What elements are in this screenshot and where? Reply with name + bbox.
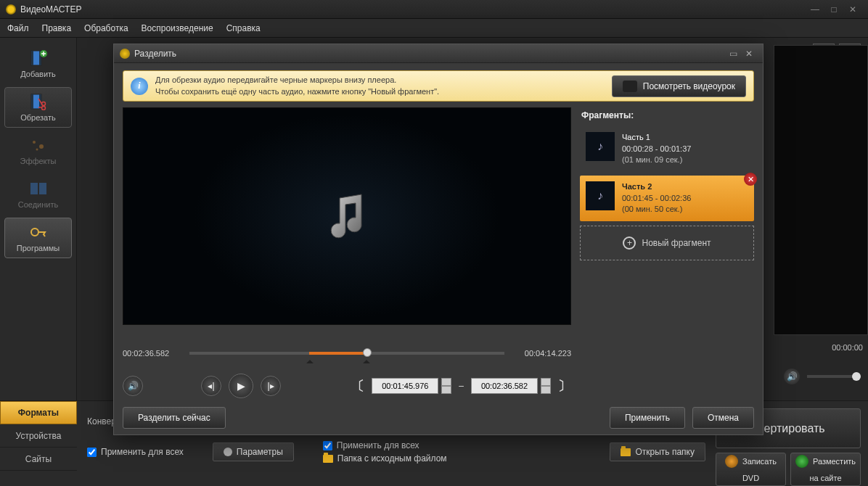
cancel-button[interactable]: Отмена	[692, 407, 754, 429]
time-from-input[interactable]	[372, 378, 438, 394]
programs-button[interactable]: Программы	[4, 218, 72, 258]
dialog-titlebar: Разделить ▭ ✕	[114, 44, 763, 63]
apply-all-checkbox-2[interactable]	[323, 441, 332, 450]
svg-point-10	[39, 144, 44, 149]
effects-button[interactable]: Эффекты	[4, 131, 72, 171]
fragment-duration: (00 мин. 50 сек.)	[622, 204, 748, 215]
open-folder-button[interactable]: Открыть папку	[610, 442, 705, 461]
menu-playback[interactable]: Воспроизведение	[142, 23, 213, 33]
dialog-footer: Разделить сейчас Применить Отмена	[114, 400, 763, 434]
mute-button[interactable]: 🔊	[123, 376, 143, 396]
apply-all-1[interactable]: Применить для всех	[87, 447, 184, 457]
preview-time: 00:00:00	[832, 343, 863, 352]
source-folder-row[interactable]: Папка с исходным файлом	[323, 453, 447, 464]
time-to-up[interactable]: ▲	[541, 378, 551, 386]
globe-icon	[795, 455, 808, 468]
cut-label: Обрезать	[20, 113, 56, 122]
tab-formats[interactable]: Форматы	[0, 401, 77, 424]
new-fragment-button[interactable]: + Новый фрагмент	[580, 226, 754, 260]
plus-icon: +	[623, 236, 636, 250]
fragment-duration: (01 мин. 09 сек.)	[622, 155, 748, 165]
minimize-button[interactable]: —	[806, 3, 824, 16]
time-from-down[interactable]: ▼	[441, 386, 451, 394]
key-icon	[28, 223, 49, 241]
fragment-range: 00:00:28 - 00:01:37	[622, 144, 748, 155]
sparkle-icon	[28, 136, 49, 154]
join-label: Соединить	[18, 200, 59, 209]
bottom-tabs: Форматы Устройства Сайты	[0, 401, 77, 486]
dialog-close-button[interactable]: ✕	[741, 47, 757, 60]
menu-process[interactable]: Обработка	[84, 23, 128, 33]
dash: –	[459, 381, 464, 391]
marker-start[interactable]	[306, 356, 314, 363]
prev-button[interactable]: ◂|	[201, 376, 221, 396]
burn-dvd-button[interactable]: Записать DVD	[716, 453, 786, 486]
tab-devices[interactable]: Устройства	[0, 424, 77, 448]
time-from-up[interactable]: ▲	[441, 378, 451, 386]
video-area	[123, 107, 571, 325]
timeline-track[interactable]	[189, 352, 504, 355]
svg-point-9	[33, 141, 36, 144]
dialog-title: Разделить	[134, 49, 176, 59]
watch-tutorial-button[interactable]: Посмотреть видеоурок	[612, 75, 746, 97]
fragment-item[interactable]: ♪ Часть 2 00:01:45 - 00:02:36 (00 мин. 5…	[580, 176, 754, 221]
menu-edit[interactable]: Правка	[42, 23, 72, 33]
app-title: ВидеоМАСТЕР	[20, 4, 81, 15]
maximize-button[interactable]: □	[824, 3, 843, 16]
music-note-icon: ♪	[586, 181, 615, 210]
folder-icon	[323, 455, 333, 463]
preview-panel: 00:00:00	[774, 45, 868, 335]
marker-end[interactable]	[363, 356, 370, 363]
dialog-logo-icon	[120, 49, 130, 59]
programs-label: Программы	[17, 244, 60, 252]
filmstrip-scissors-icon	[28, 93, 49, 110]
hint-text: Для обрезки аудио передвигайте черные ма…	[155, 75, 605, 97]
menu-help[interactable]: Справка	[226, 23, 261, 33]
apply-button[interactable]: Применить	[610, 407, 685, 429]
svg-rect-1	[31, 51, 33, 65]
time-to-box: ▲▼	[471, 378, 551, 394]
delete-fragment-button[interactable]: ✕	[744, 173, 757, 186]
volume-slider[interactable]	[807, 375, 858, 378]
tab-sites[interactable]: Сайты	[0, 448, 77, 471]
params-button[interactable]: Параметры	[213, 442, 294, 461]
time-to-input[interactable]	[471, 378, 538, 394]
gear-icon	[224, 448, 232, 456]
add-button[interactable]: Добавить	[4, 44, 72, 84]
apply-all-2[interactable]: Применить для всех	[323, 440, 447, 450]
apply-all-checkbox-1[interactable]	[87, 448, 97, 457]
play-button[interactable]: ▶	[229, 374, 253, 398]
playhead[interactable]	[363, 348, 372, 357]
fragment-item[interactable]: ♪ Часть 1 00:00:28 - 00:01:37 (01 мин. 0…	[580, 126, 754, 171]
fragment-name: Часть 2	[622, 181, 748, 192]
svg-point-8	[41, 107, 45, 110]
split-now-button[interactable]: Разделить сейчас	[123, 407, 226, 429]
menubar: Файл Правка Обработка Воспроизведение Сп…	[0, 19, 868, 38]
svg-rect-13	[39, 183, 46, 194]
effects-label: Эффекты	[20, 157, 56, 165]
camera-icon	[623, 81, 637, 92]
join-button[interactable]: Соединить	[4, 174, 72, 215]
cut-button[interactable]: Обрезать	[4, 87, 72, 128]
time-from-box: ▲▼	[372, 378, 451, 394]
folder-icon	[621, 448, 631, 456]
dialog-minimize-button[interactable]: ▭	[725, 47, 741, 60]
split-dialog: Разделить ▭ ✕ i Для обрезки аудио передв…	[113, 44, 763, 435]
close-button[interactable]: ✕	[843, 3, 862, 16]
bracket-open-icon[interactable]: 〔	[351, 377, 364, 395]
fragments-pane: Фрагменты: ♪ Часть 1 00:00:28 - 00:01:37…	[580, 107, 754, 400]
music-note-icon	[318, 187, 376, 245]
next-button[interactable]: |▸	[261, 376, 281, 396]
timeline: 00:02:36.582 00:04:14.223	[123, 335, 571, 371]
bracket-close-icon[interactable]: 〕	[558, 377, 571, 395]
time-to-down[interactable]: ▼	[541, 386, 551, 394]
volume-icon[interactable]: 🔊	[784, 368, 800, 384]
publish-button[interactable]: Разместить на сайте	[790, 453, 861, 486]
svg-point-14	[31, 228, 38, 236]
hint-bar: i Для обрезки аудио передвигайте черные …	[123, 70, 754, 102]
player-controls: 🔊 ◂| ▶ |▸ 〔 ▲▼ – ▲▼ 〕	[123, 371, 571, 400]
fragment-name: Часть 1	[622, 132, 748, 143]
menu-file[interactable]: Файл	[7, 23, 29, 33]
filmstrip-plus-icon	[28, 49, 49, 67]
time-total: 00:04:14.223	[512, 349, 571, 358]
